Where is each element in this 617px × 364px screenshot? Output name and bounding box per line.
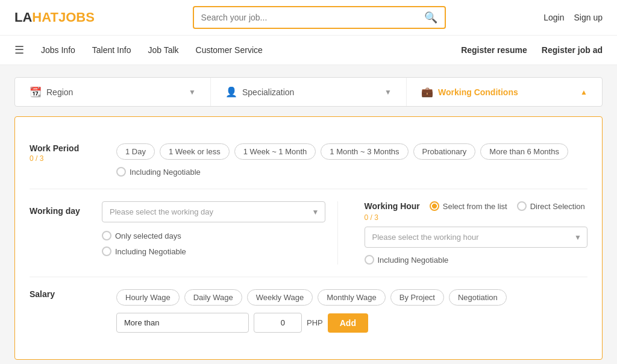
nav-talent-info[interactable]: Talent Info xyxy=(92,36,131,64)
only-selected-radio xyxy=(102,231,111,240)
select-from-list-option[interactable]: Select from the list xyxy=(430,201,507,211)
working-conditions-chevron-icon: ▲ xyxy=(580,88,587,96)
logo-jobs: JOBS xyxy=(58,10,95,25)
wd-negotiable-radio xyxy=(102,246,111,256)
wh-negotiable-row: Including Negotiable xyxy=(365,255,588,265)
work-period-title: Work Period xyxy=(30,143,102,153)
tag-by-project[interactable]: By Project xyxy=(390,289,444,306)
header-top: LAHAT JOBS 🔍 Login Sign up xyxy=(0,0,617,36)
tag-weekly-wage[interactable]: Weekly Wage xyxy=(247,289,313,306)
spec-label: Specialization xyxy=(242,87,294,97)
spec-chevron-icon: ▼ xyxy=(384,88,392,96)
tag-1day[interactable]: 1 Day xyxy=(116,143,155,160)
work-period-tags: 1 Day 1 Week or less 1 Week ~ 1 Month 1 … xyxy=(116,143,587,160)
work-period-negotiable-row: Including Negotiable xyxy=(116,167,587,177)
nav-customer-service[interactable]: Customer Service xyxy=(196,36,263,64)
only-selected-option[interactable]: Only selected days xyxy=(102,231,181,240)
filter-specialization[interactable]: 👤 Specialization ▼ xyxy=(211,78,407,106)
working-hour-count: 0 / 3 xyxy=(365,213,588,222)
working-day-options: Only selected days Including Negotiable xyxy=(102,231,325,256)
working-day-select-wrapper: Please select the working day ▼ xyxy=(102,201,325,222)
header-actions: Login Sign up xyxy=(543,13,603,22)
region-chevron-icon: ▼ xyxy=(189,88,196,96)
work-period-section: Work Period 0 / 3 1 Day 1 Week or less 1… xyxy=(30,131,587,189)
wd-negotiable-row: Including Negotiable xyxy=(102,246,325,256)
working-hour-select-wrapper: Please select the working hour ▼ xyxy=(365,227,588,248)
tag-probationary[interactable]: Probationary xyxy=(413,143,476,160)
search-bar: 🔍 xyxy=(193,6,446,29)
work-period-negotiable-radio xyxy=(116,167,126,177)
salary-input-row: PHP Add xyxy=(116,313,587,333)
working-day-label: Working day xyxy=(30,201,102,216)
salary-label-section: Salary xyxy=(30,289,102,299)
spec-icon: 👤 xyxy=(225,86,237,98)
salary-tags: Hourly Wage Daily Wage Weekly Wage Month… xyxy=(116,289,587,306)
register-job-ad-link[interactable]: Register job ad xyxy=(542,45,603,55)
logo-lahat: LAHAT xyxy=(14,10,58,25)
nav-jobs-info[interactable]: Jobs Info xyxy=(41,36,75,64)
direct-selection-option[interactable]: Direct Selection xyxy=(517,201,585,211)
search-input[interactable] xyxy=(201,13,424,22)
working-hour-section: Working Hour Select from the list Direct… xyxy=(350,201,588,265)
tag-hourly-wage[interactable]: Hourly Wage xyxy=(116,289,180,306)
nav-bar: ☰ Jobs Info Talent Info Job Talk Custome… xyxy=(0,36,617,65)
wh-negotiable-radio xyxy=(365,255,374,265)
conditions-panel: Work Period 0 / 3 1 Day 1 Week or less 1… xyxy=(14,116,603,360)
working-day-select[interactable]: Please select the working day xyxy=(102,201,325,222)
salary-amount-input[interactable] xyxy=(254,313,302,333)
tag-1week-or-less[interactable]: 1 Week or less xyxy=(160,143,230,160)
filter-working-conditions[interactable]: 💼 Working Conditions ▲ xyxy=(407,78,602,106)
salary-content: Hourly Wage Daily Wage Weekly Wage Month… xyxy=(116,289,587,333)
working-day-content: Please select the working day ▼ Only sel… xyxy=(102,201,325,256)
work-icon: 💼 xyxy=(421,86,433,98)
salary-add-button[interactable]: Add xyxy=(328,313,368,333)
salary-title: Salary xyxy=(30,289,102,299)
tag-monthly-wage[interactable]: Monthly Wage xyxy=(318,289,386,306)
select-from-list-radio xyxy=(430,201,439,211)
tag-1week-1month[interactable]: 1 Week ~ 1 Month xyxy=(234,143,316,160)
logo: LAHAT JOBS xyxy=(14,10,95,25)
direct-selection-label: Direct Selection xyxy=(530,202,585,211)
salary-more-than-input[interactable] xyxy=(116,313,249,333)
working-conditions-label: Working Conditions xyxy=(438,87,518,97)
working-hour-title: Working Hour xyxy=(365,201,420,211)
hamburger-icon[interactable]: ☰ xyxy=(14,43,24,57)
only-selected-row: Only selected days xyxy=(102,231,325,240)
work-period-content: 1 Day 1 Week or less 1 Week ~ 1 Month 1 … xyxy=(116,143,587,177)
region-label: Region xyxy=(46,87,73,97)
work-period-label-section: Work Period 0 / 3 xyxy=(30,143,102,163)
salary-currency: PHP xyxy=(307,318,323,327)
search-icon[interactable]: 🔍 xyxy=(424,11,437,24)
wd-negotiable-option[interactable]: Including Negotiable xyxy=(102,246,186,256)
signup-link[interactable]: Sign up xyxy=(574,13,603,22)
work-period-negotiable-option[interactable]: Including Negotiable xyxy=(116,167,201,177)
wh-negotiable-option[interactable]: Including Negotiable xyxy=(365,255,449,265)
tag-1month-3months[interactable]: 1 Month ~ 3 Months xyxy=(321,143,408,160)
work-period-negotiable-label: Including Negotiable xyxy=(130,168,201,177)
filter-region[interactable]: 📆 Region ▼ xyxy=(15,78,211,106)
region-icon: 📆 xyxy=(30,86,42,98)
nav-job-talk[interactable]: Job Talk xyxy=(148,36,178,64)
main-content: 📆 Region ▼ 👤 Specialization ▼ 💼 Working … xyxy=(0,65,617,364)
working-hour-select[interactable]: Please select the working hour xyxy=(365,227,588,248)
tag-more-than-6months[interactable]: More than 6 Months xyxy=(480,143,568,160)
wd-negotiable-label: Including Negotiable xyxy=(115,247,186,256)
wh-negotiable-label: Including Negotiable xyxy=(378,256,449,265)
vertical-divider xyxy=(337,201,338,265)
working-hour-dropdown-wrapper: Please select the working hour ▼ xyxy=(365,227,588,248)
salary-section: Salary Hourly Wage Daily Wage Weekly Wag… xyxy=(30,277,587,345)
direct-selection-radio xyxy=(517,201,527,211)
nav-right: Register resume Register job ad xyxy=(461,45,603,55)
only-selected-label: Only selected days xyxy=(115,231,181,240)
filter-row: 📆 Region ▼ 👤 Specialization ▼ 💼 Working … xyxy=(14,77,603,107)
select-from-list-label: Select from the list xyxy=(443,202,507,211)
nav-left: ☰ Jobs Info Talent Info Job Talk Custome… xyxy=(14,36,263,64)
register-resume-link[interactable]: Register resume xyxy=(461,45,527,55)
working-hour-header: Working Hour Select from the list Direct… xyxy=(365,201,588,211)
login-link[interactable]: Login xyxy=(543,13,564,22)
work-period-count: 0 / 3 xyxy=(30,154,102,163)
tag-daily-wage[interactable]: Daily Wage xyxy=(184,289,242,306)
working-day-hour-section: Working day Please select the working da… xyxy=(30,189,587,277)
tag-negotiation[interactable]: Negotiation xyxy=(449,289,507,306)
